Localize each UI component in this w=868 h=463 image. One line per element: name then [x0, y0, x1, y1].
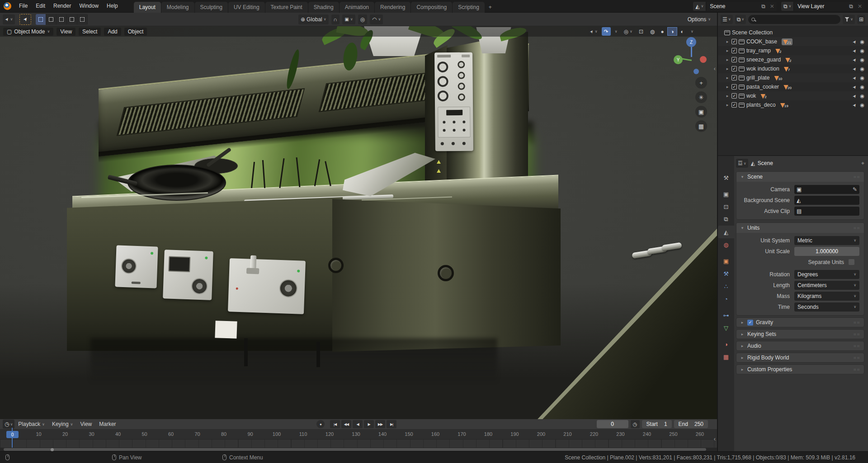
timeline-ruler[interactable]: 0 10 20 30 40 50 60 70 80 90 100 110 120…	[0, 430, 717, 439]
scene-copy-button[interactable]: ⧉	[759, 2, 768, 11]
add-workspace-button[interactable]: +	[485, 2, 495, 13]
outliner-row-plants-deco[interactable]: ▸ ✓ plants_deco 19 ➤ ◉	[718, 100, 868, 109]
menu-add[interactable]: Add	[104, 28, 121, 36]
zoom-button[interactable]: +	[695, 77, 707, 89]
menu-file[interactable]: File	[15, 0, 32, 12]
disclosure-icon[interactable]: ▸	[725, 76, 730, 80]
exclude-checkbox[interactable]: ✓	[731, 102, 737, 108]
gizmos-dropdown[interactable]: ∨	[613, 27, 620, 36]
menu-object[interactable]: Object	[124, 28, 147, 36]
length-dropdown[interactable]: Centimeters ∨	[794, 281, 859, 290]
filter-dropdown[interactable]: ∨	[843, 15, 855, 24]
selectable-icon[interactable]: ➤	[851, 84, 858, 90]
play-reverse-button[interactable]: ◀	[353, 420, 363, 428]
unit-system-dropdown[interactable]: Metric ∨	[794, 236, 859, 245]
tab-shading[interactable]: Shading	[308, 2, 339, 13]
camera-view-button[interactable]: ▣	[695, 106, 707, 118]
prev-keyframe-button[interactable]: ◀◀	[341, 420, 351, 428]
outliner-row-grill-plate[interactable]: ▸ ✓ grill_plate 10 ➤ ◉	[718, 73, 868, 82]
view-layer-copy-button[interactable]: ⧉	[847, 2, 855, 11]
exclude-checkbox[interactable]: ✓	[731, 93, 737, 99]
drag-handle-icon[interactable]: ⠶⠶	[854, 226, 860, 230]
select-mode-extend-button[interactable]	[46, 14, 57, 25]
drag-handle-icon[interactable]: ⠶⠶	[854, 332, 860, 336]
jump-to-end-button[interactable]: ▶|	[387, 420, 396, 428]
snap-toggle-button[interactable]: ∩	[331, 14, 340, 24]
menu-edit[interactable]: Edit	[32, 0, 49, 12]
gizmo-visibility-dropdown[interactable]: ➤ ∨	[588, 27, 599, 36]
shading-rendered-button[interactable]: ◐	[677, 27, 687, 36]
properties-editor-dropdown[interactable]: ☲ ∨	[736, 159, 748, 168]
new-collection-button[interactable]: ⊞	[857, 15, 865, 24]
selectable-icon[interactable]: ➤	[851, 93, 858, 99]
tab-object[interactable]: ▣	[718, 255, 734, 267]
background-scene-field[interactable]: ◭	[794, 196, 859, 205]
hide-viewport-icon[interactable]: ◉	[860, 66, 864, 72]
disclosure-icon[interactable]: ▸	[725, 66, 730, 71]
perspective-toggle-button[interactable]: ▦	[695, 120, 707, 132]
end-frame-field[interactable]: End 250	[674, 420, 708, 428]
active-tool-selector[interactable]: ➤ ∨	[3, 14, 15, 24]
exclude-checkbox[interactable]: ✓	[731, 84, 737, 90]
gizmos-toggle-button[interactable]: ↷	[602, 27, 611, 36]
auto-key-button[interactable]: ●	[316, 420, 325, 428]
selectable-icon[interactable]: ➤	[851, 75, 858, 80]
timeline-scrollbar[interactable]	[0, 448, 717, 451]
tab-sculpting[interactable]: Sculpting	[195, 2, 228, 13]
tab-scene[interactable]: ◭	[718, 226, 734, 238]
outliner-row-wok-induction[interactable]: ▸ ✓ wok induction 7 ➤ ◉	[718, 64, 868, 73]
unit-scale-slider[interactable]: 1.000000	[794, 247, 859, 256]
camera-field[interactable]: ▣ ✎	[794, 185, 859, 194]
selectable-icon[interactable]: ➤	[851, 47, 858, 53]
disclosure-icon[interactable]: ▸	[725, 39, 730, 44]
separate-units-checkbox[interactable]	[849, 259, 854, 265]
outliner-row-pasta-cooker[interactable]: ▸ ✓ pasta_cooker 20 ➤ ◉	[718, 82, 868, 91]
audio-panel-header[interactable]: ▸ Audio ⠶⠶	[736, 341, 864, 351]
tab-layout[interactable]: Layout	[134, 2, 161, 13]
view-layer-remove-button[interactable]: ✕	[855, 2, 864, 11]
rotation-dropdown[interactable]: Degrees ∨	[794, 270, 859, 279]
hide-viewport-icon[interactable]: ◉	[860, 57, 864, 63]
axis-neg-z-handle[interactable]	[693, 69, 699, 74]
snap-settings-dropdown[interactable]: ▣ ∨	[342, 14, 355, 24]
time-dropdown[interactable]: Seconds ∨	[794, 302, 859, 312]
axis-y-handle[interactable]: Y	[674, 55, 683, 64]
gravity-checkbox[interactable]: ✓	[747, 320, 753, 326]
tab-tool[interactable]: ⚒	[718, 171, 734, 184]
select-mode-intersect-button[interactable]	[77, 14, 88, 25]
select-mode-subtract-button[interactable]	[57, 14, 67, 25]
rigid-body-world-panel-header[interactable]: ▸ Rigid Body World ⠶⠶	[736, 353, 864, 363]
next-keyframe-button[interactable]: ▶▶	[375, 420, 385, 428]
menu-window[interactable]: Window	[75, 0, 103, 12]
drag-handle-icon[interactable]: ⠶⠶	[854, 367, 860, 372]
outliner-root-row[interactable]: Scene Collection	[718, 28, 868, 37]
scrollbar-handle[interactable]	[4, 448, 706, 451]
menu-render[interactable]: Render	[49, 0, 75, 12]
timeline-tracks[interactable]	[0, 439, 717, 448]
selectable-icon[interactable]: ➤	[851, 66, 858, 71]
scene-panel-header[interactable]: ▾ Scene ⠶⠶	[736, 172, 864, 182]
tab-object-data[interactable]: ▽	[718, 321, 734, 334]
tab-world[interactable]: ◍	[718, 238, 734, 251]
proportional-edit-button[interactable]: ◎	[358, 14, 367, 24]
tab-compositing[interactable]: Compositing	[411, 2, 452, 13]
outliner-search-input[interactable]	[757, 17, 837, 22]
exclude-checkbox[interactable]: ✓	[731, 66, 737, 71]
active-clip-field[interactable]: ▤	[794, 207, 859, 216]
menu-select[interactable]: Select	[79, 28, 101, 36]
view-layer-name-field[interactable]: View Layer	[793, 2, 847, 11]
options-dropdown[interactable]: Options ∨	[688, 16, 711, 23]
tab-physics[interactable]: ◔	[718, 293, 734, 305]
pin-icon[interactable]: ⌖	[861, 160, 864, 166]
tab-animation[interactable]: Animation	[340, 2, 374, 13]
units-panel-header[interactable]: ▾ Units ⠶⠶	[736, 223, 864, 233]
outliner-row-wok[interactable]: ▸ ✓ wok 2 ➤ ◉	[718, 91, 868, 100]
drag-handle-icon[interactable]: ⠶⠶	[854, 320, 860, 325]
sidebar-collapse-arrow[interactable]: ‹	[714, 65, 716, 72]
shading-dropdown[interactable]: ∨	[687, 27, 697, 36]
scene-name-field[interactable]: Scene	[706, 2, 759, 11]
shading-solid-button[interactable]: ●	[657, 27, 667, 36]
mass-dropdown[interactable]: Kilograms ∨	[794, 292, 859, 301]
scene-browse-button[interactable]: ◭ ∨	[693, 2, 706, 11]
disclosure-icon[interactable]: ▸	[725, 48, 730, 53]
